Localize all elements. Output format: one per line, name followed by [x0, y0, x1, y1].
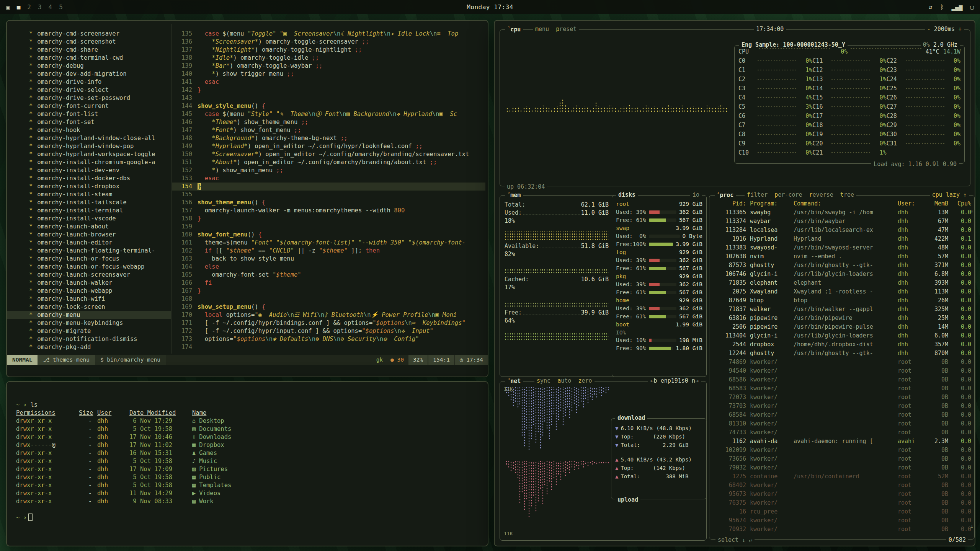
file-tree-item[interactable]: *omarchy-install-tailscale	[29, 199, 171, 207]
process-row[interactable]: 81310kworker/root0B0.0	[714, 419, 971, 428]
process-row[interactable]: 102638nvimnvim --embed .dhh57M0.0	[714, 252, 971, 261]
net-interface-selector[interactable]: ←b enp191s0 n→	[648, 377, 701, 384]
process-row[interactable]: 113365swaybg/usr/bin/swaybg -i /homdhh13…	[714, 208, 971, 217]
file-tree-item[interactable]: *omarchy-font-current	[29, 102, 171, 110]
process-row[interactable]: 63816pipewire/usr/bin/pipewiredhh25M0.0	[714, 314, 971, 323]
process-row[interactable]: 94540kworker/root0B0.0	[714, 367, 971, 375]
column-header[interactable]: Cpu%	[952, 199, 971, 208]
process-row[interactable]: 2544dropbox/home/dhh/.dropbox-distdhh357…	[714, 340, 971, 349]
next-prompt[interactable]: ~ ›	[16, 514, 479, 522]
file-tree-item[interactable]: *omarchy-launch-wifi	[29, 295, 171, 303]
folder-name[interactable]: ▤Public	[192, 473, 479, 481]
file-tree-item[interactable]: *omarchy-launch-browser	[29, 231, 171, 239]
process-row[interactable]: 70932kworker/root0B0.0	[714, 525, 971, 534]
file-tree-item[interactable]: *omarchy-menu	[7, 311, 171, 319]
workspace-3[interactable]: 3	[38, 3, 42, 11]
process-row[interactable]: 12244ghostty/usr/bin/ghostty --gtk-dhh87…	[714, 349, 971, 358]
file-tree-item[interactable]: *omarchy-drive-info	[29, 78, 171, 86]
file-tree-item[interactable]: *omarchy-install-vscode	[29, 215, 171, 223]
process-row[interactable]: 113404glycin-i/usr/lib/glycin-loadersdhh…	[714, 331, 971, 340]
process-row[interactable]: 73703kworker/root0B0.0	[714, 402, 971, 411]
workspace-1[interactable]: ■	[17, 3, 21, 11]
file-tree-item[interactable]: *omarchy-cmd-share	[29, 46, 171, 54]
column-header[interactable]: MemB	[926, 199, 948, 208]
file-tree-item[interactable]: *omarchy-hyprland-workspace-toggle	[29, 150, 171, 158]
display-icon[interactable]: ▢	[970, 3, 974, 11]
file-tree-item[interactable]: *omarchy-notification-dismiss	[29, 335, 171, 343]
network-icon[interactable]: ▂▄▆	[951, 3, 962, 11]
process-row[interactable]: 1162avahi-daavahi-daemon: running [avahi…	[714, 437, 971, 446]
folder-name[interactable]: ▤Work	[192, 497, 479, 505]
process-row[interactable]: 74869kworker/root0B0.0	[714, 358, 971, 367]
folder-name[interactable]: ⌂Desktop	[192, 417, 479, 425]
file-tree-item[interactable]: *omarchy-install-dropbox	[29, 183, 171, 191]
interval-minus-button[interactable]: -	[927, 26, 931, 33]
file-tree-item[interactable]: *omarchy-cmd-screenshot	[29, 38, 171, 46]
folder-name[interactable]: ▤Templates	[192, 481, 479, 489]
proc-buttons[interactable]: filter per-core reverse tree	[745, 191, 856, 198]
process-row[interactable]: 1275containe/usr/bin/containerdroot52M0.…	[714, 472, 971, 481]
scroll-up-icon[interactable]: ↑	[970, 209, 973, 214]
launcher-icon[interactable]: ▣	[6, 3, 10, 11]
column-header[interactable]: Pid:	[714, 199, 746, 208]
column-header[interactable]: Command:	[794, 199, 894, 208]
process-row[interactable]: 113284localsea/usr/lib/localsearch-exdhh…	[714, 226, 971, 235]
file-tree-item[interactable]: *omarchy-drive-set-password	[29, 94, 171, 102]
file-tree-item[interactable]: *omarchy-dev-add-migration	[29, 70, 171, 78]
folder-name[interactable]: ▦Dropbox	[192, 441, 479, 449]
select-hint[interactable]: select ↓ ↵	[715, 536, 755, 543]
workspace-4[interactable]: 4	[49, 3, 52, 11]
process-row[interactable]: 87573ghostty/usr/bin/ghostty --gtk-dhh37…	[714, 261, 971, 270]
process-row[interactable]: 71837walker/usr/bin/walker --gappldhh325…	[714, 305, 971, 314]
process-row[interactable]: 95673kworker/root0B0.0	[714, 490, 971, 499]
interval-plus-button[interactable]: +	[958, 26, 962, 33]
file-tree-item[interactable]: *omarchy-launch-screensaver	[29, 271, 171, 279]
process-row[interactable]: 113374waybar/usr/bin/waybardhh67M0.0	[714, 217, 971, 226]
process-row[interactable]: 72073kworker/root0B0.0	[714, 393, 971, 402]
workspace-2[interactable]: 2	[27, 3, 31, 11]
process-row[interactable]: 87649btopbtopdhh26M0.0	[714, 296, 971, 305]
file-tree-item[interactable]: *omarchy-install-docker-dbs	[29, 174, 171, 183]
scroll-down-icon[interactable]: ↓	[970, 523, 973, 529]
process-row[interactable]: 113383swayosd-/usr/bin/swayosd-serverdhh…	[714, 243, 971, 252]
file-tree-item[interactable]: *omarchy-launch-walker	[29, 279, 171, 287]
folder-name[interactable]: ♟Games	[192, 449, 479, 457]
file-tree-item[interactable]: *omarchy-migrate	[29, 327, 171, 335]
io-toggle-button[interactable]: io	[690, 191, 702, 198]
file-tree-item[interactable]: *omarchy-pkg-add	[29, 343, 171, 351]
workspace-5[interactable]: 5	[59, 3, 63, 11]
btop-window[interactable]: ¹cpu menu preset 17:34:00 - 2000ms + Eng…	[494, 20, 975, 546]
file-tree-item[interactable]: *omarchy-install-dev-env	[29, 166, 171, 174]
process-row[interactable]: 73656kworker/root0B0.0	[714, 455, 971, 463]
file-tree-item[interactable]: *omarchy-hyprland-window-close-all	[29, 134, 171, 142]
file-tree-item[interactable]: *omarchy-font-set	[29, 118, 171, 126]
updates-icon[interactable]: ⇵	[929, 3, 933, 11]
file-tree-item[interactable]: *omarchy-cmd-terminal-cwd	[29, 54, 171, 62]
terminal-window[interactable]: ~ › ls PermissionsSizeUserDate ModifiedN…	[6, 381, 488, 546]
file-tree-item[interactable]: *omarchy-install-chromium-google-a	[29, 158, 171, 166]
process-row[interactable]: 95674kworker/root0B0.0	[714, 516, 971, 525]
file-tree-item[interactable]: *omarchy-drive-select	[29, 86, 171, 94]
process-row[interactable]: 106746glycin-i/usr/lib/glycin-loadersdhh…	[714, 270, 971, 279]
net-buttons[interactable]: sync auto zero	[534, 377, 595, 384]
file-tree-item[interactable]: *omarchy-launch-or-focus-webapp	[29, 263, 171, 271]
process-header-row[interactable]: Pid:Program:Command:User:MemBCpu%	[714, 199, 971, 208]
menu-button[interactable]: menu preset	[533, 26, 579, 33]
folder-name[interactable]: ▶Videos	[192, 489, 479, 497]
file-tree-item[interactable]: *omarchy-launch-or-focus	[29, 255, 171, 263]
process-row[interactable]: 68586kworker/root0B0.0	[714, 375, 971, 384]
process-row[interactable]: 68402kworker/root0B0.0	[714, 481, 971, 490]
proc-sort-mode[interactable]: cpu lazy ↑	[930, 191, 969, 198]
file-tree-item[interactable]: *omarchy-font-list	[29, 110, 171, 118]
process-row[interactable]: 68584kworker/root0B0.0	[714, 411, 971, 419]
column-header[interactable]: User:	[898, 199, 922, 208]
folder-name[interactable]: ▤Documents	[192, 425, 479, 433]
editor-window[interactable]: *omarchy-cmd-screensaver*omarchy-cmd-scr…	[6, 20, 488, 377]
process-row[interactable]: 16rcu_preeroot0B0.0	[714, 507, 971, 516]
folder-name[interactable]: ⇩Downloads	[192, 433, 479, 441]
process-row[interactable]: 74733kworker/root0B0.0	[714, 428, 971, 437]
process-row[interactable]: 2506pipewire/usr/bin/pipewire-pulsedhh14…	[714, 323, 971, 331]
file-tree-item[interactable]: *omarchy-hyprland-window-pop	[29, 142, 171, 150]
file-tree-item[interactable]: *omarchy-install-steam	[29, 191, 171, 199]
file-tree-item[interactable]: *omarchy-cmd-screensaver	[29, 30, 171, 38]
